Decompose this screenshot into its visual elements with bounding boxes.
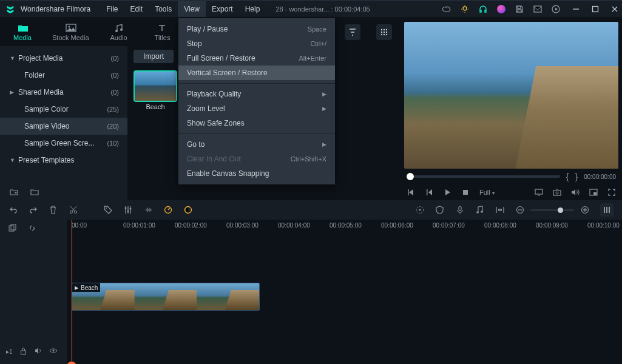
copy-icon[interactable] — [8, 224, 17, 232]
eye-icon[interactable] — [49, 348, 56, 355]
prev-frame-icon[interactable] — [407, 188, 415, 197]
menu-item-play-pause[interactable]: Play / PauseSpace — [178, 22, 335, 36]
lock-icon[interactable] — [20, 348, 27, 355]
redo-icon[interactable] — [29, 206, 38, 215]
ruler-tick: 00:00:02:00 — [175, 222, 207, 229]
fullscreen-icon[interactable] — [607, 188, 616, 197]
monitor-icon[interactable] — [535, 188, 543, 197]
music-note-icon[interactable] — [475, 206, 484, 215]
menu-item-playback-quality[interactable]: Playback Quality▶ — [178, 87, 335, 101]
svg-point-9 — [384, 29, 385, 30]
svg-rect-19 — [553, 190, 561, 195]
timecode-right: 00:00:00:00 — [584, 174, 616, 180]
link-icon[interactable] — [28, 224, 36, 232]
sidebar-item-preset-templates[interactable]: ▼Preset Templates — [0, 152, 127, 169]
sidebar-item-folder[interactable]: Folder(0) — [0, 67, 127, 84]
tab-audio[interactable]: Audio — [105, 24, 133, 41]
sidebar-item-project-media[interactable]: ▼Project Media(0) — [0, 50, 127, 67]
undo-icon[interactable] — [8, 206, 18, 215]
menu-item-vertical-screen-restore[interactable]: Vertical Screen / Restore — [178, 66, 335, 80]
media-thumb[interactable]: Beach — [134, 72, 177, 110]
svg-point-41 — [52, 350, 54, 352]
avatar-icon[interactable] — [497, 5, 505, 13]
folder-icon[interactable] — [30, 188, 39, 195]
playhead[interactable] — [72, 220, 72, 364]
play-icon[interactable] — [443, 188, 451, 197]
svg-rect-40 — [21, 351, 25, 354]
tag-icon[interactable] — [103, 206, 112, 215]
ruler-tick: 00:00 — [72, 222, 87, 229]
svg-point-32 — [419, 209, 421, 211]
sliders-icon[interactable] — [123, 206, 132, 215]
menu-item-full-screen-restore[interactable]: Full Screen / RestoreAlt+Enter — [178, 51, 335, 66]
scrub-slider[interactable] — [407, 175, 560, 178]
app-logo-icon — [6, 5, 15, 13]
menu-edit[interactable]: Edit — [124, 1, 149, 17]
ruler-tick: 00:00:04:00 — [278, 222, 310, 229]
svg-point-16 — [386, 34, 387, 35]
video-track-lane[interactable]: ▶Beach — [67, 279, 622, 314]
save-icon[interactable] — [515, 5, 524, 13]
color-icon[interactable] — [183, 206, 192, 215]
fit-icon[interactable] — [495, 206, 504, 215]
waveform-icon[interactable] — [143, 206, 152, 215]
sidebar-item-sample-color[interactable]: Sample Color(25) — [0, 101, 127, 118]
audio-track-lane[interactable] — [67, 314, 622, 334]
svg-point-25 — [106, 207, 107, 209]
preview-canvas[interactable] — [404, 22, 618, 169]
close-icon[interactable] — [611, 5, 618, 13]
sidebar-item-sample-green-scre-[interactable]: Sample Green Scre...(10) — [0, 135, 127, 152]
quality-label[interactable]: Full ▾ — [479, 189, 495, 196]
menu-export[interactable]: Export — [206, 1, 239, 17]
menu-item-go-to[interactable]: Go to▶ — [178, 137, 335, 152]
mark-out-icon[interactable]: } — [575, 172, 578, 181]
zoom-slider[interactable] — [530, 209, 574, 211]
lightbulb-icon[interactable] — [461, 5, 469, 13]
play-circle-icon[interactable] — [552, 5, 560, 13]
mixer-icon[interactable] — [600, 203, 614, 217]
mark-in-icon[interactable]: { — [566, 172, 569, 181]
svg-point-10 — [386, 29, 387, 30]
menu-item-zoom-level[interactable]: Zoom Level▶ — [178, 101, 335, 116]
menu-item-show-safe-zones[interactable]: Show Safe Zones — [178, 116, 335, 130]
menu-item-stop[interactable]: StopCtrl+/ — [178, 36, 335, 51]
cloud-icon[interactable] — [442, 5, 451, 13]
track-video-label: ▸1 — [6, 348, 13, 355]
maximize-icon[interactable] — [592, 5, 599, 13]
speed-icon[interactable] — [163, 206, 172, 215]
menu-item-enable-canvas-snapping[interactable]: Enable Canvas Snapping — [178, 166, 335, 181]
tab-stock-media[interactable]: Stock Media — [52, 24, 89, 41]
filter-icon[interactable] — [345, 24, 360, 40]
pip-icon[interactable] — [589, 188, 598, 197]
delete-icon[interactable] — [49, 206, 58, 215]
grid-view-icon[interactable] — [376, 24, 392, 40]
menu-tools[interactable]: Tools — [149, 1, 178, 17]
zoom-out-icon[interactable] — [515, 206, 524, 215]
sidebar-item-sample-video[interactable]: Sample Video(20) — [0, 118, 127, 135]
timeline-ruler[interactable]: 00:0000:00:01:0000:00:02:0000:00:03:0000… — [67, 220, 622, 237]
snapshot-icon[interactable] — [553, 188, 561, 197]
tab-media[interactable]: Media — [8, 24, 36, 41]
sidebar-item-shared-media[interactable]: ▶Shared Media(0) — [0, 84, 127, 101]
ruler-tick: 00:00:09:00 — [536, 222, 568, 229]
zoom-in-icon[interactable] — [580, 206, 589, 215]
menu-view[interactable]: View — [178, 1, 206, 17]
minimize-icon[interactable] — [572, 5, 580, 13]
step-back-icon[interactable] — [425, 188, 433, 197]
import-button[interactable]: Import — [134, 50, 174, 63]
mail-icon[interactable] — [533, 5, 542, 13]
cut-icon[interactable] — [69, 206, 78, 215]
new-folder-icon[interactable] — [10, 188, 18, 195]
mute-icon[interactable] — [35, 348, 42, 355]
stop-icon[interactable] — [461, 188, 470, 197]
volume-icon[interactable] — [571, 188, 580, 197]
headphones-icon[interactable] — [479, 5, 487, 13]
render-icon[interactable] — [415, 206, 424, 215]
shield-icon[interactable] — [435, 206, 444, 215]
menu-file[interactable]: File — [100, 1, 124, 17]
mic-icon[interactable] — [455, 206, 464, 215]
menu-help[interactable]: Help — [239, 1, 266, 17]
tab-titles[interactable]: Titles — [149, 24, 177, 41]
svg-rect-3 — [593, 7, 598, 12]
video-clip[interactable]: ▶Beach — [72, 283, 260, 311]
